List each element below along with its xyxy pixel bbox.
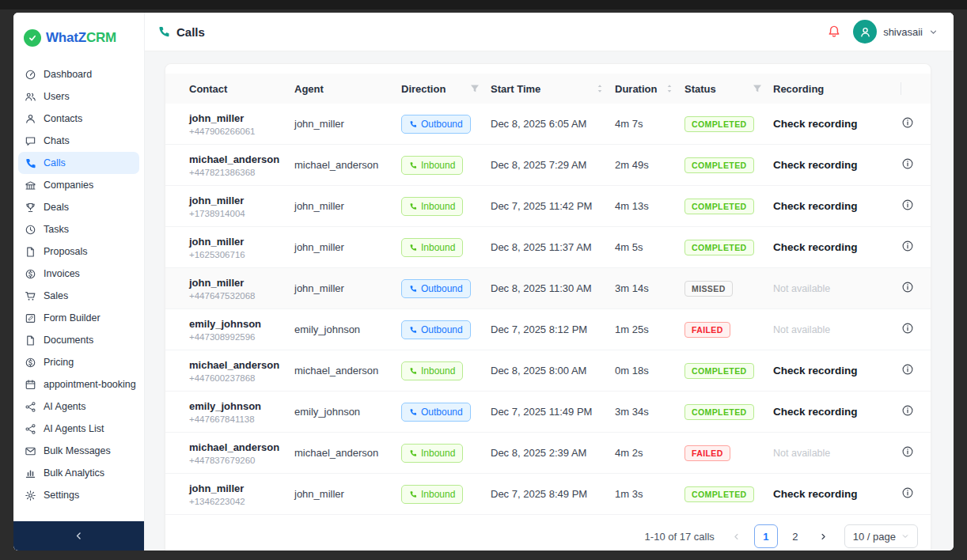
bell-icon[interactable] [827,25,841,39]
previous-page-button[interactable] [726,525,748,547]
phone-icon [409,408,417,416]
info-icon[interactable] [901,322,914,335]
table-row[interactable]: john_miller+447647532068john_millerOutbo… [165,268,931,309]
sidebar-item-settings[interactable]: Settings [18,484,139,506]
avatar [853,20,877,44]
column-header-contact: Contact [165,74,294,104]
phone-icon [409,244,417,252]
sidebar-item-users[interactable]: Users [18,85,139,108]
info-icon[interactable] [901,486,914,499]
status-badge: COMPLETED [684,157,754,173]
sidebar-item-chats[interactable]: Chats [18,130,139,152]
sidebar-item-tasks[interactable]: Tasks [18,218,139,240]
duration-cell: 4m 2s [615,433,684,474]
info-icon[interactable] [901,363,914,376]
sidebar-item-dashboard[interactable]: Dashboard [18,63,139,85]
filter-icon[interactable] [753,84,762,93]
recording-link[interactable]: Check recording [773,200,858,212]
phone-icon [25,157,36,169]
table-row[interactable]: emily_johnson+447308992596emily_johnsonO… [165,309,931,350]
agent-cell: john_miller [294,186,401,227]
info-icon[interactable] [901,404,914,417]
column-header-status[interactable]: Status [684,74,773,104]
info-icon[interactable] [901,240,914,252]
sidebar-item-ai-agents-list[interactable]: AI Agents List [18,418,139,440]
direction-badge: Outbound [401,115,471,134]
agent-cell: john_miller [294,227,401,268]
duration-cell: 3m 34s [615,392,684,433]
top-bar: Calls shivasaii [145,13,954,51]
agent-cell: john_miller [294,104,401,145]
filter-icon[interactable] [470,84,480,93]
sidebar-item-documents[interactable]: Documents [18,329,139,351]
table-row[interactable]: emily_johnson+447667841138emily_johnsonO… [165,392,931,433]
sidebar-item-companies[interactable]: Companies [18,174,139,196]
agent-cell: michael_anderson [294,433,401,474]
column-header-direction[interactable]: Direction [401,74,491,104]
recording-link[interactable]: Check recording [773,118,858,130]
start-time-cell: Dec 7, 2025 11:42 PM [491,186,615,227]
table-row[interactable]: john_miller+1625306716john_millerInbound… [165,227,931,268]
mail-icon [25,445,36,457]
start-time-cell: Dec 8, 2025 11:37 AM [491,227,615,268]
calls-table: ContactAgentDirectionStart TimeDurationS… [165,74,931,515]
sidebar-item-form-builder[interactable]: Form Builder [18,307,139,329]
sidebar-item-bulk-analytics[interactable]: Bulk Analytics [18,462,139,484]
recording-link[interactable]: Check recording [773,241,858,253]
table-row[interactable]: michael_anderson+447837679260michael_and… [165,433,931,474]
page-button-2[interactable]: 2 [784,525,806,547]
recording-link[interactable]: Check recording [773,159,858,171]
info-icon[interactable] [901,157,914,170]
column-label: Status [684,83,716,95]
recording-link[interactable]: Check recording [773,488,858,500]
column-header-actions [901,74,931,104]
contact-name: john_miller [189,195,286,206]
sidebar-item-calls[interactable]: Calls [18,152,139,174]
contact-name: michael_anderson [189,153,286,165]
info-icon[interactable] [901,199,914,211]
logo-text-whatz: WhatZ [46,30,86,45]
sidebar-item-proposals[interactable]: Proposals [18,240,139,263]
duration-cell: 1m 25s [615,309,684,350]
table-row[interactable]: john_miller+1346223042john_millerInbound… [165,474,931,515]
direction-badge: Inbound [401,444,463,463]
sidebar-item-ai-agents[interactable]: AI Agents [18,395,139,418]
user-menu[interactable]: shivasaii [853,20,938,44]
sidebar-item-bulk-messages[interactable]: Bulk Messages [18,440,139,462]
recording-link[interactable]: Check recording [773,406,858,418]
sorter-icon[interactable] [666,85,673,93]
column-header-start-time[interactable]: Start Time [491,74,615,104]
table-row[interactable]: michael_anderson+447600237868michael_and… [165,350,931,392]
info-icon[interactable] [901,281,914,293]
contact-name: emily_johnson [189,318,286,330]
calls-table-card: ContactAgentDirectionStart TimeDurationS… [165,63,931,551]
chevron-down-icon [901,532,909,540]
table-row[interactable]: john_miller+447906266061john_millerOutbo… [165,104,931,145]
sidebar-item-sales[interactable]: Sales [18,285,139,307]
column-header-duration[interactable]: Duration [615,74,684,104]
sorter-icon[interactable] [596,85,604,93]
sidebar-collapse-button[interactable] [13,521,144,551]
phone-icon [409,285,417,293]
sidebar-item-deals[interactable]: Deals [18,196,139,218]
table-row[interactable]: john_miller+1738914004john_millerInbound… [165,186,931,227]
next-page-button[interactable] [813,525,835,547]
sidebar-item-label: AI Agents List [44,423,104,434]
page-button-1[interactable]: 1 [754,524,778,548]
sidebar-item-pricing[interactable]: Pricing [18,351,139,373]
page-size-select[interactable]: 10 / page [844,524,918,548]
direction-badge: Inbound [401,361,463,380]
contact-name: michael_anderson [189,441,286,453]
sidebar-item-invoices[interactable]: Invoices [18,263,139,285]
start-time-cell: Dec 8, 2025 11:30 AM [491,268,615,309]
info-icon[interactable] [901,445,914,458]
info-icon[interactable] [901,116,914,129]
sidebar-item-label: Contacts [44,113,82,124]
table-row[interactable]: michael_anderson+447821386368michael_and… [165,145,931,186]
recording-link[interactable]: Check recording [773,365,858,376]
sidebar-item-appointment-booking[interactable]: appointment-booking [18,373,139,395]
dashboard-icon [25,69,36,81]
sidebar-item-contacts[interactable]: Contacts [18,108,139,130]
start-time-cell: Dec 7, 2025 11:49 PM [491,392,615,433]
sidebar-item-label: Deals [44,202,69,213]
